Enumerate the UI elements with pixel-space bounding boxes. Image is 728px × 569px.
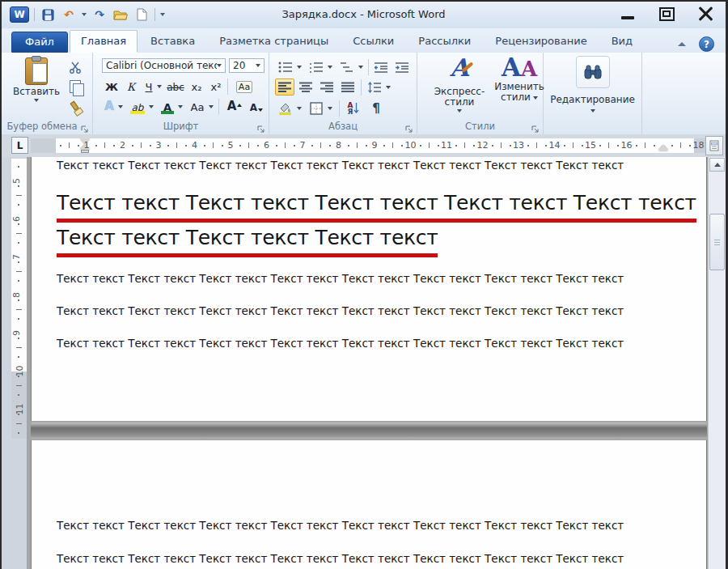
decrease-indent-button[interactable] — [371, 58, 391, 75]
format-painter-button[interactable] — [66, 99, 84, 115]
font-color-dropdown-icon[interactable] — [176, 99, 184, 115]
quick-styles-button[interactable]: A Экспресс-стили — [422, 56, 497, 113]
ruler-tick — [18, 414, 19, 415]
italic-button[interactable]: К — [123, 79, 139, 95]
strikethrough-button[interactable]: abc — [165, 79, 186, 95]
horizontal-ruler[interactable]: 1234567891011121314151618 — [31, 138, 707, 153]
ruler-tick — [573, 142, 574, 148]
paste-button[interactable]: Вставить — [13, 57, 60, 102]
document-area[interactable]: Текст текст Текст текст Текст текст Текс… — [27, 157, 709, 569]
line-spacing-button[interactable] — [365, 79, 384, 96]
editing-label: Редактирование — [544, 95, 641, 105]
page-1[interactable]: Текст текст Текст текст Текст текст Текс… — [31, 157, 707, 421]
right-indent-marker[interactable] — [658, 145, 668, 151]
bullets-dropdown-icon[interactable] — [295, 58, 303, 75]
view-ruler-toggle-button[interactable] — [705, 136, 723, 155]
shrink-font-button[interactable]: А — [247, 99, 266, 115]
page-2[interactable]: Текст текст Текст текст Текст текст Текс… — [31, 440, 707, 569]
find-button[interactable] — [576, 56, 610, 88]
tab-file[interactable]: Файл — [11, 32, 68, 53]
underline-button[interactable]: Ч — [142, 79, 155, 95]
multilevel-list-button[interactable] — [337, 58, 357, 75]
tab-Вставка[interactable]: Вставка — [139, 30, 206, 53]
align-center-button[interactable] — [296, 79, 315, 96]
change-styles-button[interactable]: AA Изменить стили — [497, 56, 542, 103]
h-ruler-number: 4 — [192, 140, 197, 151]
clear-formatting-button[interactable]: Aa — [232, 79, 256, 95]
shading-dropdown-icon[interactable] — [295, 100, 303, 117]
ruler-tick — [18, 299, 19, 301]
numbering-dropdown-icon[interactable] — [326, 58, 334, 75]
cut-button[interactable] — [66, 59, 84, 75]
ruler-tick — [113, 145, 115, 146]
text-line[interactable]: Текст текст Текст текст Текст текст — [57, 225, 707, 257]
text-effects-dropdown-icon[interactable] — [116, 99, 125, 115]
change-styles-icon: AA — [502, 56, 537, 80]
scroll-up-button[interactable] — [709, 158, 725, 172]
line-spacing-dropdown-icon[interactable] — [384, 79, 392, 96]
increase-indent-button[interactable] — [392, 58, 412, 75]
tab-Рассылки[interactable]: Рассылки — [407, 30, 482, 53]
vertical-scrollbar[interactable] — [708, 157, 726, 569]
copy-button[interactable] — [66, 79, 84, 95]
align-right-button[interactable] — [317, 79, 336, 96]
restore-button[interactable] — [653, 3, 680, 24]
font-family-dropdown-icon — [217, 64, 222, 67]
font-dialog-launcher-icon[interactable] — [256, 122, 266, 132]
sort-button[interactable]: А Я — [344, 100, 363, 117]
text-effects-button[interactable]: А — [102, 99, 116, 115]
show-paragraph-marks-button[interactable]: ¶ — [366, 100, 386, 117]
superscript-button[interactable]: x² — [207, 79, 225, 95]
change-case-button[interactable]: Аа — [188, 99, 207, 115]
bullets-button[interactable] — [276, 58, 295, 75]
multilevel-dropdown-icon[interactable] — [357, 58, 365, 75]
highlight-dropdown-icon[interactable] — [147, 99, 155, 115]
text-line[interactable]: Текст текст Текст текст Текст текст Текс… — [57, 158, 707, 173]
shading-button[interactable] — [276, 100, 295, 117]
borders-button[interactable] — [307, 100, 326, 117]
vertical-ruler[interactable]: 567891011 — [11, 159, 27, 439]
editing-dropdown-icon[interactable] — [590, 109, 595, 113]
text-line[interactable]: Текст текст Текст текст Текст текст Текс… — [57, 304, 707, 319]
tab-Главная[interactable]: Главная — [70, 30, 138, 53]
tab-Ссылки[interactable]: Ссылки — [341, 30, 405, 53]
subscript-button[interactable]: x₂ — [188, 79, 205, 95]
highlight-button[interactable]: ab — [128, 99, 147, 115]
text-line[interactable]: Текст текст Текст текст Текст текст Текс… — [57, 551, 707, 567]
text-line[interactable]: Текст текст Текст текст Текст текст Текс… — [57, 518, 707, 533]
ruler-tick — [16, 347, 22, 348]
text-line[interactable]: Текст текст Текст текст Текст текст Текс… — [57, 336, 707, 351]
borders-dropdown-icon[interactable] — [326, 100, 334, 117]
tab-Вид[interactable]: Вид — [600, 30, 644, 53]
ruler-tick — [257, 145, 259, 146]
font-size-combo[interactable]: 20 — [229, 58, 265, 73]
justify-button[interactable] — [338, 79, 358, 96]
paragraph-dialog-launcher-icon[interactable] — [404, 122, 414, 132]
minimize-button[interactable] — [614, 3, 641, 24]
text-line[interactable]: Текст текст Текст текст Текст текст Текс… — [57, 271, 707, 287]
numbering-button[interactable] — [307, 58, 326, 75]
styles-dialog-launcher-icon[interactable] — [531, 122, 540, 132]
minimize-ribbon-icon[interactable] — [678, 42, 686, 46]
align-left-button[interactable] — [275, 79, 294, 96]
font-color-button[interactable]: А — [159, 99, 176, 115]
tab-Рецензирование[interactable]: Рецензирование — [484, 30, 598, 53]
ruler-tick — [645, 142, 645, 148]
scrollbar-thumb[interactable] — [709, 214, 725, 270]
tab-selector[interactable]: L — [11, 137, 28, 154]
change-case-dropdown-icon[interactable] — [207, 99, 215, 115]
underline-dropdown-icon[interactable] — [155, 79, 163, 95]
help-icon[interactable]: ? — [699, 36, 714, 52]
h-ruler-number: 14 — [549, 140, 561, 151]
h-ruler-number: 12 — [477, 140, 489, 151]
clipboard-dialog-launcher-icon[interactable] — [80, 122, 90, 132]
quick-styles-dropdown-icon[interactable] — [457, 109, 462, 113]
bold-button[interactable]: Ж — [104, 79, 120, 95]
close-button[interactable] — [692, 3, 719, 24]
text-line[interactable]: Текст текст Текст текст Текст текст Текс… — [57, 190, 707, 223]
tab-Разметка страницы[interactable]: Разметка страницы — [208, 30, 340, 53]
paste-dropdown-icon[interactable] — [34, 99, 39, 102]
font-family-combo[interactable]: Calibri (Основной текс — [102, 58, 226, 73]
ribbon-right-controls: ? — [678, 36, 714, 52]
grow-font-button[interactable]: А — [224, 99, 245, 115]
